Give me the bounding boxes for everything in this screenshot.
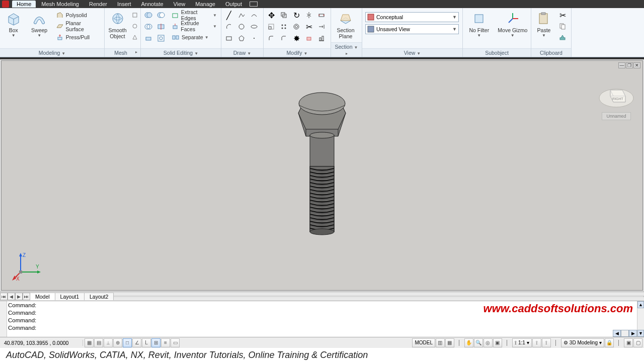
otrack-toggle[interactable]: ∠ (132, 338, 141, 347)
showmotion-icon[interactable]: ▣ (493, 338, 502, 347)
vscroll-up-icon[interactable]: ▲ (637, 301, 644, 308)
drawing-area[interactable]: — ❐ ✕ RIGHT Unnamed (1, 60, 643, 291)
qp-toggle[interactable]: ▭ (171, 338, 180, 347)
paste-button[interactable]: Paste▼ (533, 10, 555, 39)
osnap-toggle[interactable]: □ (123, 338, 132, 347)
move-gizmo-button[interactable]: Move Gizmo▼ (496, 10, 529, 39)
polysolid-button[interactable]: Polysolid (53, 10, 103, 21)
planar-surface-button[interactable]: Planar Surface (53, 21, 103, 32)
extrude-faces-button[interactable]: Extrude Faces▼ (169, 21, 219, 32)
polar-toggle[interactable]: ⊕ (113, 338, 122, 347)
ellipse-icon[interactable] (248, 21, 260, 32)
ducs-toggle[interactable]: L (142, 338, 151, 347)
offset-icon[interactable] (290, 21, 302, 32)
extend-icon[interactable] (315, 21, 328, 32)
menu-tab-home[interactable]: Home (12, 1, 36, 8)
mesh-less-icon[interactable] (131, 21, 139, 32)
vscroll-track[interactable] (637, 308, 644, 330)
viewcube-icon[interactable]: RIGHT (597, 81, 635, 109)
extract-edges-button[interactable]: Extract Edges▼ (169, 10, 219, 21)
panel-title-modeling[interactable]: Modeling▼ (0, 48, 104, 57)
annotation-visibility-icon[interactable]: ⟟ (532, 338, 541, 347)
annotation-scale-button[interactable]: ⟟ 1:1 ▾ (512, 338, 532, 347)
menu-tab-manage[interactable]: Manage (191, 1, 220, 8)
clean-screen-icon[interactable]: ▢ (633, 338, 642, 347)
align-icon[interactable] (315, 33, 328, 44)
tab-next-icon[interactable]: ▶ (15, 293, 23, 300)
panel-title-draw[interactable]: Draw▼ (221, 48, 263, 57)
panel-title-mesh[interactable]: Mesh▸ (105, 48, 140, 57)
copy-clip-icon[interactable] (557, 21, 568, 32)
circle-icon[interactable] (235, 21, 248, 32)
named-view-combo[interactable]: Unsaved View ▼ (365, 24, 459, 34)
menu-tab-view[interactable]: View (169, 1, 190, 8)
command-gutter[interactable] (0, 301, 7, 337)
tab-prev-icon[interactable]: ◀ (8, 293, 15, 300)
polyline-icon[interactable] (235, 10, 248, 21)
steering-wheel-icon[interactable]: ◎ (484, 338, 493, 347)
point-icon[interactable]: · (248, 33, 260, 44)
scale-icon[interactable] (265, 21, 277, 32)
mirror-icon[interactable] (303, 10, 315, 21)
polygon-icon[interactable] (235, 33, 248, 44)
spline-icon[interactable] (248, 10, 260, 21)
stretch-icon[interactable] (315, 10, 328, 21)
model-space-button[interactable]: MODEL (412, 338, 435, 347)
separate-button[interactable]: Separate▼ (169, 32, 219, 43)
rectangle-icon[interactable] (223, 33, 235, 44)
slice-icon[interactable] (155, 21, 167, 32)
lock-ui-icon[interactable]: 🔒 (605, 338, 614, 347)
arc-icon[interactable] (223, 21, 235, 32)
snap-toggle[interactable]: ▦ (85, 338, 94, 347)
window-close-icon[interactable]: ✕ (633, 62, 640, 68)
mesh-more-icon[interactable] (131, 10, 139, 21)
zoom-icon[interactable]: 🔍 (474, 338, 483, 347)
smooth-object-button[interactable]: Smooth Object (106, 10, 129, 41)
command-window[interactable]: Command: Command: Command: Command: www.… (0, 301, 644, 337)
annotation-autoscale-icon[interactable]: ⟟ (542, 338, 551, 347)
quickview-layouts-icon[interactable]: ▥ (436, 338, 445, 347)
tab-last-icon[interactable]: ⏭ (23, 293, 30, 300)
dyn-toggle[interactable]: ⊞ (151, 338, 160, 347)
ortho-toggle[interactable]: ⟂ (104, 338, 113, 347)
menu-tab-output[interactable]: Output (221, 1, 247, 8)
line-icon[interactable]: ╱ (223, 10, 235, 21)
hscroll-right-icon[interactable]: ▶ (629, 330, 637, 337)
box-button[interactable]: Box ▼ (2, 10, 25, 39)
sweep-button[interactable]: Sweep ▼ (27, 10, 51, 39)
trim-icon[interactable]: ✂ (303, 21, 315, 32)
hardware-accel-icon[interactable]: ▣ (624, 338, 633, 347)
layout-tab-model[interactable]: Model (30, 293, 55, 300)
panel-title-solid-editing[interactable]: Solid Editing▼ (141, 48, 221, 57)
thicken-icon[interactable] (142, 33, 154, 44)
lwt-toggle[interactable]: ≡ (161, 338, 170, 347)
app-logo[interactable] (2, 1, 9, 8)
menu-tab-insert[interactable]: Insert (113, 1, 136, 8)
match-props-icon[interactable] (557, 32, 568, 43)
explode-icon[interactable]: ✸ (290, 33, 302, 44)
rotate-icon[interactable]: ↻ (290, 10, 302, 21)
panel-title-modify[interactable]: Modify▼ (264, 48, 331, 57)
erase-icon[interactable] (303, 33, 315, 44)
cut-icon[interactable]: ✂ (557, 10, 568, 21)
workspace-button[interactable]: ⚙ 3D Modeling ▾ (561, 338, 604, 347)
subtract-icon[interactable] (155, 10, 167, 21)
menu-tab-mesh-modeling[interactable]: Mesh Modeling (37, 1, 84, 8)
viewcube-label[interactable]: Unnamed (602, 112, 630, 120)
move-icon[interactable]: ✥ (265, 10, 277, 21)
menu-tab-annotate[interactable]: Annotate (137, 1, 168, 8)
copy-icon[interactable] (278, 10, 290, 21)
layout-tab-layout2[interactable]: Layout2 (85, 293, 114, 300)
visual-style-combo[interactable]: Conceptual ▼ (365, 12, 459, 22)
bolt-model[interactable] (282, 81, 362, 247)
presspull-button[interactable]: Press/Pull (53, 32, 103, 43)
grid-toggle[interactable]: ▤ (94, 338, 103, 347)
command-line[interactable]: Command: (8, 324, 636, 332)
intersect-icon[interactable] (142, 21, 154, 32)
window-restore-icon[interactable]: ❐ (626, 62, 633, 68)
no-filter-button[interactable]: No Filter▼ (464, 10, 494, 39)
chamfer-icon[interactable] (278, 33, 290, 44)
quickview-drawings-icon[interactable]: ▦ (445, 338, 454, 347)
panel-title-view[interactable]: View▼ (362, 48, 462, 57)
mesh-refine-icon[interactable] (131, 32, 139, 43)
